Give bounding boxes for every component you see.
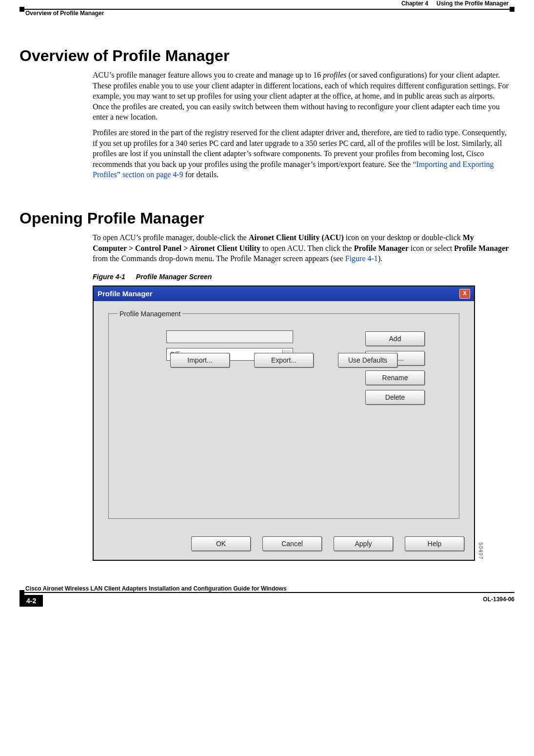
text: ). [378,254,382,263]
heading-opening: Opening Profile Manager [20,209,514,227]
text: icon or select [409,244,454,252]
use-defaults-button[interactable]: Use Defaults [338,353,397,368]
ok-button[interactable]: OK [191,536,251,551]
footer-guide-title: Cisco Aironet Wireless LAN Client Adapte… [25,585,287,592]
header-chapter-title: Using the Profile Manager [436,0,509,7]
text: To open ACU’s profile manager, double-cl… [93,233,249,242]
figure-number: Figure 4-1 [93,273,125,281]
export-button[interactable]: Export... [254,353,314,368]
figure-title: Profile Manager Screen [136,273,212,281]
bold-profile-manager-icon: Profile Manager [354,244,409,252]
dialog-titlebar: Profile Manager X [94,286,474,301]
footer-rule [20,592,514,593]
dialog-button-row: OK Cancel Apply Help [94,526,474,560]
import-button[interactable]: Import... [170,353,230,368]
help-button[interactable]: Help [405,536,464,551]
overview-para-1: ACU’s profile manager feature allows you… [93,70,510,123]
figure-caption: Figure 4-1 Profile Manager Screen [93,273,510,281]
link-figure-4-1[interactable]: Figure 4-1 [345,254,378,263]
delete-button[interactable]: Delete [365,390,425,405]
profile-management-group: Profile Management Office ▼ [108,310,459,519]
text: from the Commands drop-down menu. The Pr… [93,254,345,263]
close-icon[interactable]: X [459,289,470,299]
text: icon on your desktop or double-click [344,233,463,242]
add-button[interactable]: Add [365,331,425,346]
dialog-title: Profile Manager [98,289,153,298]
bold-profile-manager-menu: Profile Manager [454,244,509,252]
apply-button[interactable]: Apply [334,536,393,551]
header-chapter: Chapter 4 Using the Profile Manager [401,0,509,7]
text: for details. [183,170,218,179]
header-marker-left [20,7,24,12]
running-footer: Cisco Aironet Wireless LAN Client Adapte… [20,585,514,614]
footer-marker-left [20,590,24,595]
text: > [127,244,135,252]
bold-aironet-utility: Aironet Client Utility [190,244,260,252]
profile-name-input[interactable] [166,330,293,343]
page-number: 4-2 [20,595,43,607]
text-emph-profiles: profiles [323,71,346,79]
cancel-button[interactable]: Cancel [262,536,322,551]
header-chapter-label: Chapter 4 [401,0,428,7]
text: > [181,244,189,252]
overview-para-2: Profiles are stored in the part of the r… [93,127,510,180]
rename-button[interactable]: Rename [365,370,425,385]
text: ACU’s profile manager feature allows you… [93,71,323,79]
text: to open ACU. Then click the [260,244,354,252]
profile-management-legend: Profile Management [118,310,182,318]
header-section-title: Overview of Profile Manager [25,10,104,17]
figure-4-1-screenshot: Profile Manager X Profile Management [93,286,475,561]
bold-control-panel: Control Panel [135,244,181,252]
opening-para: To open ACU’s profile manager, double-cl… [93,232,510,264]
running-header: Chapter 4 Using the Profile Manager Over… [20,0,514,18]
header-marker-right [510,7,514,12]
heading-overview: Overview of Profile Manager [20,47,514,65]
figure-side-id: 50497 [478,542,484,560]
footer-doc-id: OL-1394-06 [483,596,514,603]
bold-acu-icon: Aironet Client Utility (ACU) [249,233,344,242]
profile-manager-dialog: Profile Manager X Profile Management [93,286,475,561]
